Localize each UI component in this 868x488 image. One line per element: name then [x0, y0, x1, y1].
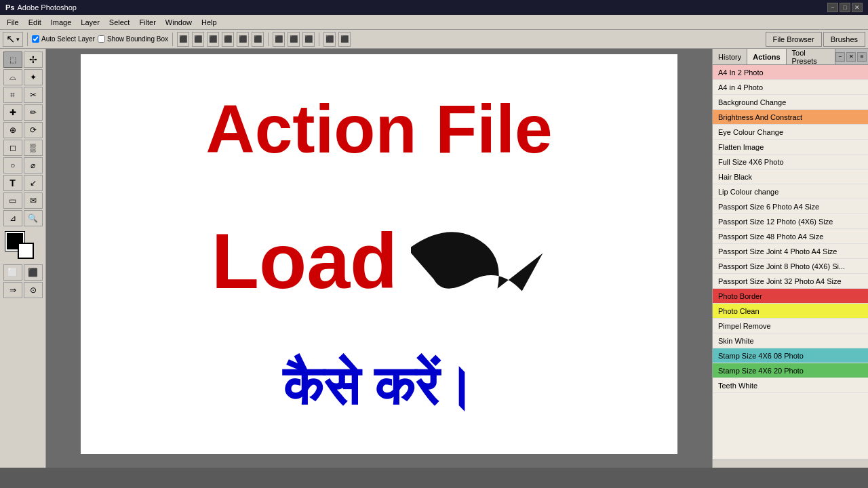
- maximize-button[interactable]: □: [840, 3, 850, 12]
- action-item[interactable]: Passport Size 6 Photo A4 Size: [713, 199, 868, 214]
- action-item[interactable]: Flatten Image: [713, 140, 868, 155]
- tab-history[interactable]: History: [713, 49, 747, 64]
- menu-select[interactable]: Select: [105, 17, 134, 28]
- tool-path-select[interactable]: ↙: [24, 175, 43, 191]
- tool-shape[interactable]: ▭: [3, 192, 22, 209]
- tool-slice[interactable]: ✂: [24, 87, 43, 103]
- tool-row-11: ⬜ ⬛: [3, 264, 43, 281]
- tool-gradient[interactable]: ▒: [24, 140, 43, 156]
- right-panel: History Actions Tool Presets − ✕ ≡ A4 In…: [712, 49, 868, 468]
- action-item[interactable]: Stamp Size 4X6 08 Photo: [713, 348, 868, 363]
- action-item[interactable]: Passport Size 12 Photo (4X6) Size: [713, 214, 868, 229]
- distribute-btn2[interactable]: ⬛: [288, 32, 300, 47]
- move-tool-btn[interactable]: ↖▾: [3, 32, 23, 47]
- align-vcenter-btn[interactable]: ⬛: [237, 32, 249, 47]
- action-item[interactable]: Photo Border: [713, 289, 868, 304]
- tool-move[interactable]: ✢: [24, 52, 43, 68]
- tool-pen[interactable]: ⌀: [24, 157, 43, 174]
- tool-quickmask[interactable]: ⬜: [3, 264, 22, 281]
- action-item[interactable]: Pimpel Remove: [713, 319, 868, 333]
- menu-help[interactable]: Help: [197, 17, 221, 28]
- window-controls: − □ ✕: [827, 3, 863, 12]
- tool-row-9: ▭ ✉: [3, 192, 43, 209]
- file-browser-btn[interactable]: File Browser: [766, 32, 822, 47]
- transform-btn2[interactable]: ⬛: [338, 32, 351, 47]
- action-item[interactable]: Passport Size Joint 32 Photo A4 Size: [713, 274, 868, 289]
- panel-tab-controls: − ✕ ≡: [835, 49, 868, 64]
- action-item[interactable]: Hair Black: [713, 169, 868, 184]
- menu-window[interactable]: Window: [161, 17, 196, 28]
- action-item[interactable]: Lip Colour change: [713, 184, 868, 199]
- tool-screenmode[interactable]: ⬛: [24, 264, 43, 281]
- action-item[interactable]: Brightness And Constract: [713, 110, 868, 125]
- auto-select-input[interactable]: [32, 35, 39, 43]
- close-button[interactable]: ✕: [852, 3, 863, 12]
- menubar: File Edit Image Layer Select Filter Wind…: [0, 15, 868, 30]
- horizontal-scrollbar[interactable]: [713, 460, 868, 468]
- bounding-input[interactable]: [98, 35, 105, 43]
- action-item[interactable]: A4 in 4 Photo: [713, 80, 868, 95]
- panel-menu-btn[interactable]: ≡: [857, 52, 867, 62]
- tool-brush[interactable]: ✏: [24, 104, 43, 121]
- menu-image[interactable]: Image: [47, 17, 76, 28]
- action-item[interactable]: Stamp Size 4X6 20 Photo: [713, 363, 868, 378]
- tab-actions[interactable]: Actions: [747, 49, 786, 64]
- tool-extra[interactable]: ⊙: [24, 282, 43, 298]
- tool-heal[interactable]: ✚: [3, 104, 22, 121]
- align-top-btn[interactable]: ⬛: [222, 32, 234, 47]
- tool-zoom[interactable]: 🔍: [24, 210, 43, 226]
- action-item[interactable]: Photo Clean: [713, 304, 868, 319]
- align-center-btn[interactable]: ⬛: [192, 32, 204, 47]
- action-item[interactable]: Background Change: [713, 95, 868, 110]
- menu-file[interactable]: File: [3, 17, 23, 28]
- panel-close-btn[interactable]: ✕: [846, 52, 856, 62]
- layout-body: ⬚ ✢ ⌓ ✦ ⌗ ✂ ✚ ✏ ⊕ ⟳ ◻ ▒ ○ ⌀ T ↙: [0, 49, 868, 468]
- tool-history-brush[interactable]: ⟳: [24, 122, 43, 138]
- tool-row-10: ⊿ 🔍: [3, 210, 43, 226]
- tool-jump[interactable]: ⇒: [3, 282, 22, 298]
- canvas-text-line2-container: Load: [94, 217, 664, 305]
- tool-notes[interactable]: ✉: [24, 192, 43, 209]
- menu-layer[interactable]: Layer: [77, 17, 104, 28]
- sep1: [27, 33, 28, 46]
- distribute-btn3[interactable]: ⬛: [302, 32, 315, 47]
- menu-edit[interactable]: Edit: [24, 17, 45, 28]
- action-item[interactable]: Passport Size 48 Photo A4 Size: [713, 229, 868, 244]
- action-item[interactable]: Passport Size Joint 8 Photo (4X6) Si...: [713, 259, 868, 274]
- action-item[interactable]: Full Size 4X6 Photo: [713, 155, 868, 169]
- tool-eraser[interactable]: ◻: [3, 140, 22, 156]
- align-left-btn[interactable]: ⬛: [177, 32, 189, 47]
- tab-tool-presets[interactable]: Tool Presets: [787, 49, 835, 64]
- show-bounding-checkbox[interactable]: Show Bounding Box: [98, 35, 168, 43]
- tool-text[interactable]: T: [3, 175, 22, 191]
- tool-eyedropper[interactable]: ⊿: [3, 210, 22, 226]
- tool-row-6: ◻ ▒: [3, 140, 43, 156]
- action-item[interactable]: Skin White: [713, 333, 868, 348]
- sep4: [319, 33, 319, 46]
- align-bottom-btn[interactable]: ⬛: [252, 32, 264, 47]
- tool-row-5: ⊕ ⟳: [3, 122, 43, 138]
- tool-crop[interactable]: ⌗: [3, 87, 22, 103]
- tool-marquee[interactable]: ⬚: [3, 52, 22, 68]
- panel-minimize-btn[interactable]: −: [835, 52, 845, 62]
- background-color[interactable]: [18, 243, 34, 259]
- panel-tabs: History Actions Tool Presets − ✕ ≡: [713, 49, 868, 65]
- transform-btn1[interactable]: ⬛: [323, 32, 336, 47]
- canvas-text-line3: कैसे करें।: [94, 359, 664, 413]
- action-item[interactable]: A4 In 2 Photo: [713, 65, 868, 80]
- align-right-btn[interactable]: ⬛: [207, 32, 219, 47]
- actions-list: A4 In 2 PhotoA4 in 4 PhotoBackground Cha…: [713, 65, 868, 460]
- distribute-btn1[interactable]: ⬛: [273, 32, 285, 47]
- action-item[interactable]: Eye Colour Change: [713, 125, 868, 140]
- brushes-btn[interactable]: Brushes: [823, 32, 865, 47]
- action-item[interactable]: Passport Size Joint 4 Photo A4 Size: [713, 244, 868, 259]
- action-item[interactable]: Teeth White: [713, 378, 868, 393]
- tool-row-8: T ↙: [3, 175, 43, 191]
- tool-lasso[interactable]: ⌓: [3, 69, 22, 85]
- menu-filter[interactable]: Filter: [135, 17, 159, 28]
- minimize-button[interactable]: −: [827, 3, 838, 12]
- tool-clone[interactable]: ⊕: [3, 122, 22, 138]
- auto-select-checkbox[interactable]: Auto Select Layer: [32, 35, 95, 43]
- tool-magic-wand[interactable]: ✦: [24, 69, 43, 85]
- tool-dodge[interactable]: ○: [3, 157, 22, 174]
